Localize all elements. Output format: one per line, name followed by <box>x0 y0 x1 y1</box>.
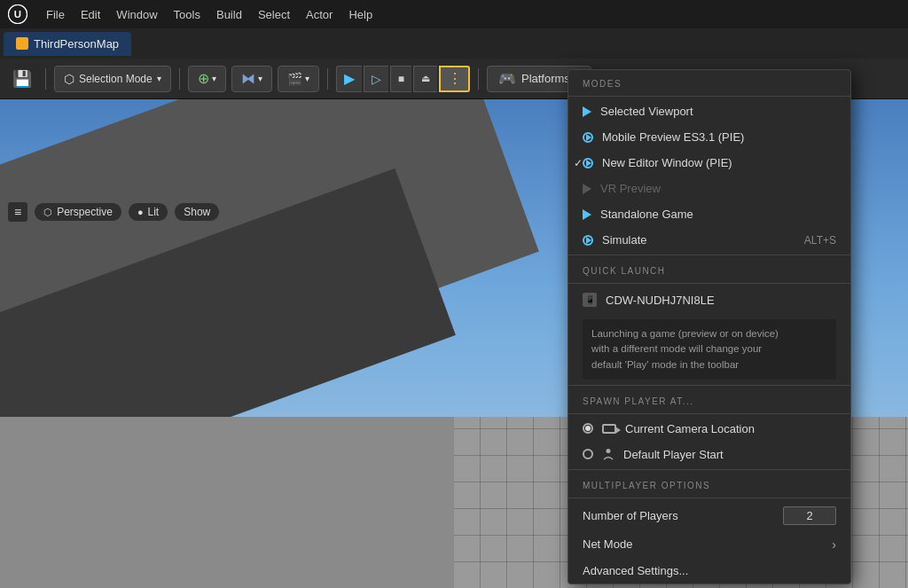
current-camera-label: Current Camera Location <box>625 422 755 435</box>
toolbar-separator-4 <box>478 68 479 90</box>
viewport-menu-button[interactable]: ≡ <box>7 201 28 223</box>
mobile-preview-label: Mobile Preview ES3.1 (PIE) <box>602 130 744 144</box>
cinematics-button[interactable]: 🎬 ▾ <box>278 66 319 92</box>
dropdown-selected-viewport[interactable]: Selected Viewport <box>568 98 850 124</box>
menu-window[interactable]: Window <box>109 4 164 25</box>
simulate-label: Simulate <box>602 233 647 247</box>
spawn-divider <box>568 385 850 386</box>
perspective-button[interactable]: ⬡ Perspective <box>34 202 122 222</box>
advanced-settings-label: Advanced Settings... <box>583 564 688 577</box>
menu-build[interactable]: Build <box>209 4 249 25</box>
play-outline-icon <box>583 132 593 143</box>
dropdown-standalone-game[interactable]: Standalone Game <box>568 201 850 227</box>
number-of-players-label: Number of Players <box>583 509 678 522</box>
menu-actor[interactable]: Actor <box>299 4 340 25</box>
stop-button[interactable]: ■ <box>390 66 411 92</box>
default-player-label: Default Player Start <box>623 448 724 461</box>
blueprint-icon: ⧓ <box>241 70 255 87</box>
mp-divider <box>568 469 850 470</box>
menu-help[interactable]: Help <box>341 4 380 25</box>
radio-player-unselected <box>583 449 593 459</box>
perspective-label: Perspective <box>57 206 113 218</box>
selection-mode-arrow: ▾ <box>157 74 161 83</box>
play-outline-icon-2 <box>583 158 593 169</box>
ue-logo: U <box>7 4 28 25</box>
info-text: Launching a game (preview or on device)w… <box>591 328 779 370</box>
selection-mode-label: Selection Mode <box>79 73 153 85</box>
lit-button[interactable]: ● Lit <box>128 202 168 222</box>
dropdown-mobile-preview[interactable]: Mobile Preview ES3.1 (PIE) <box>568 124 850 150</box>
show-button[interactable]: Show <box>174 202 220 222</box>
play-outline-icon-3 <box>583 235 593 246</box>
menu-file[interactable]: File <box>39 4 72 25</box>
svg-point-2 <box>607 449 611 453</box>
net-mode-row[interactable]: Net Mode › <box>568 531 850 558</box>
cinematics-icon: 🎬 <box>287 72 302 86</box>
tab-bar: ThirdPersonMap <box>0 28 908 59</box>
spawn-default-player[interactable]: Default Player Start <box>568 442 850 467</box>
viewport-controls: ≡ ⬡ Perspective ● Lit Show <box>0 199 227 225</box>
menu-edit[interactable]: Edit <box>74 4 107 25</box>
info-box: Launching a game (preview or on device)w… <box>583 319 836 380</box>
spawn-section-label: SPAWN PLAYER AT... <box>568 388 850 412</box>
quick-launch-section-label: QUICK LAUNCH <box>568 257 850 281</box>
spawn-current-camera[interactable]: Current Camera Location <box>568 416 850 442</box>
play-tri-disabled-icon <box>583 184 591 194</box>
modes-divider <box>568 96 850 97</box>
platforms-label: Platforms <box>521 72 570 85</box>
mp-divider-2 <box>568 498 850 498</box>
multiplayer-section-label: MULTIPLAYER OPTIONS <box>568 472 850 496</box>
radio-camera-selected <box>583 423 593 434</box>
toolbar-separator-1 <box>45 68 46 90</box>
add-arrow: ▾ <box>212 74 216 83</box>
net-mode-arrow: › <box>832 537 836 552</box>
svg-text:U: U <box>14 9 21 20</box>
quick-launch-label: CDW-NUDHJ7NI8LE <box>606 294 715 307</box>
modes-section-label: MODES <box>568 70 850 94</box>
perspective-icon: ⬡ <box>43 207 52 218</box>
play-alt-button[interactable]: ▷ <box>364 66 388 92</box>
save-icon: 💾 <box>12 69 32 89</box>
toolbar-separator-2 <box>179 68 180 90</box>
cursor-icon: ⬡ <box>64 72 74 86</box>
player-icon <box>602 448 614 460</box>
add-actor-button[interactable]: ⊕ ▾ <box>188 66 226 92</box>
new-editor-window-label: New Editor Window (PIE) <box>602 156 732 169</box>
cinematics-arrow: ▾ <box>305 74 309 83</box>
menu-bar: File Edit Window Tools Build Select Acto… <box>39 4 380 25</box>
play-group: ▶ ▷ ■ ⏏ ⋮ <box>336 66 470 92</box>
advanced-settings-row[interactable]: Advanced Settings... <box>568 558 850 584</box>
selection-mode-button[interactable]: ⬡ Selection Mode ▾ <box>54 66 171 92</box>
map-tab-icon <box>16 37 28 50</box>
dropdown-vr-preview[interactable]: VR Preview <box>568 176 850 201</box>
dropdown-new-editor-window[interactable]: New Editor Window (PIE) <box>568 150 850 176</box>
device-icon: 📱 <box>583 293 597 307</box>
vr-preview-label: VR Preview <box>600 182 661 195</box>
quick-launch-device[interactable]: 📱 CDW-NUDHJ7NI8LE <box>568 286 850 314</box>
play-viewport-button[interactable]: ▶ <box>336 66 362 92</box>
dropdown-simulate[interactable]: Simulate ALT+S <box>568 227 850 253</box>
camera-icon <box>602 424 616 434</box>
net-mode-label: Net Mode <box>583 537 632 551</box>
number-of-players-row: Number of Players <box>568 500 850 531</box>
number-of-players-input[interactable] <box>783 506 836 525</box>
standalone-game-label: Standalone Game <box>600 208 693 221</box>
quick-launch-divider <box>568 255 850 255</box>
title-bar: U File Edit Window Tools Build Select Ac… <box>0 0 908 28</box>
menu-tools[interactable]: Tools <box>167 4 207 25</box>
tab-thirdpersonmap[interactable]: ThirdPersonMap <box>4 32 131 56</box>
blueprint-arrow: ▾ <box>258 74 262 83</box>
simulate-shortcut: ALT+S <box>804 234 836 247</box>
save-button[interactable]: 💾 <box>7 66 37 92</box>
add-icon: ⊕ <box>198 70 209 87</box>
play-options-button[interactable]: ⋮ <box>439 66 470 92</box>
selected-viewport-label: Selected Viewport <box>600 105 693 118</box>
quick-launch-divider-2 <box>568 283 850 284</box>
hamburger-icon: ≡ <box>14 205 21 219</box>
menu-select[interactable]: Select <box>251 4 297 25</box>
play-dropdown-menu: MODES Selected Viewport Mobile Preview E… <box>568 69 851 584</box>
play-tri-icon <box>583 106 591 117</box>
blueprint-button[interactable]: ⧓ ▾ <box>231 66 272 92</box>
eject-button[interactable]: ⏏ <box>413 66 437 92</box>
lit-label: Lit <box>148 206 160 218</box>
